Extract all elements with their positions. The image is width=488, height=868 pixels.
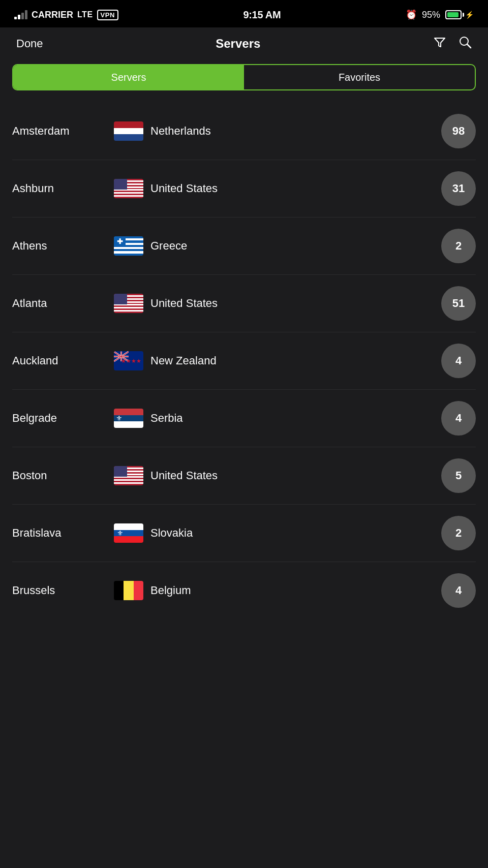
server-flag-country: Belgium — [114, 581, 441, 600]
battery-fill — [447, 12, 459, 17]
server-row[interactable]: BostonUnited States5 — [12, 447, 476, 505]
svg-line-1 — [467, 44, 471, 48]
status-time: 9:15 AM — [243, 9, 281, 21]
server-count-badge: 2 — [441, 229, 476, 263]
server-country: United States — [150, 182, 218, 195]
flag-us-icon — [114, 179, 143, 198]
status-bar: CARRIER LTE VPN 9:15 AM ⏰ 95% ⚡ — [0, 0, 488, 27]
server-country: Slovakia — [150, 526, 193, 540]
battery-body — [445, 10, 462, 19]
server-count-badge: 2 — [441, 516, 476, 550]
server-row[interactable]: AtlantaUnited States51 — [12, 275, 476, 332]
server-city: Ashburn — [12, 182, 114, 195]
battery-percentage: 95% — [422, 10, 440, 20]
server-row[interactable]: AmsterdamNetherlands98 — [12, 103, 476, 160]
status-right: ⏰ 95% ⚡ — [406, 9, 474, 20]
favorites-tab[interactable]: Favorites — [244, 65, 475, 89]
server-country: Belgium — [150, 584, 191, 597]
server-country: Netherlands — [150, 125, 211, 138]
server-country: United States — [150, 469, 218, 482]
server-flag-country: ⚜Serbia — [114, 409, 441, 428]
server-count-badge: 31 — [441, 171, 476, 206]
server-list: AmsterdamNetherlands98AshburnUnited Stat… — [0, 103, 488, 619]
servers-tab[interactable]: Servers — [13, 65, 244, 89]
done-button[interactable]: Done — [16, 37, 43, 50]
flag-nz-icon: ★★★★ — [114, 351, 143, 370]
nav-bar: Done Servers — [0, 27, 488, 60]
server-city: Amsterdam — [12, 125, 114, 138]
alarm-icon: ⏰ — [406, 9, 417, 20]
server-city: Auckland — [12, 354, 114, 367]
server-city: Boston — [12, 469, 114, 482]
flag-us-icon — [114, 466, 143, 485]
segment-control: Servers Favorites — [12, 64, 476, 90]
flag-rs-icon: ⚜ — [114, 409, 143, 428]
server-flag-country: ⚜Slovakia — [114, 523, 441, 543]
search-icon[interactable] — [459, 36, 472, 52]
server-count-badge: 5 — [441, 458, 476, 493]
server-flag-country: Netherlands — [114, 121, 441, 141]
server-city: Brussels — [12, 584, 114, 597]
carrier-label: CARRIER — [32, 10, 73, 20]
battery-icon: ⚡ — [445, 10, 474, 19]
server-row[interactable]: Bratislava⚜Slovakia2 — [12, 505, 476, 562]
server-flag-country: ✚Greece — [114, 236, 441, 256]
server-country: Serbia — [150, 412, 183, 425]
server-country: Greece — [150, 239, 187, 253]
status-left: CARRIER LTE VPN — [14, 10, 118, 20]
server-count-badge: 51 — [441, 286, 476, 321]
server-country: New Zealand — [150, 354, 217, 367]
server-city: Athens — [12, 239, 114, 253]
filter-icon[interactable] — [433, 36, 446, 52]
server-city: Bratislava — [12, 526, 114, 540]
flag-sk-icon: ⚜ — [114, 523, 143, 543]
server-country: United States — [150, 297, 218, 310]
signal-bars-icon — [14, 10, 27, 19]
server-row[interactable]: Auckland ★★★★ New Zealand4 — [12, 332, 476, 390]
lte-label: LTE — [77, 10, 93, 19]
server-flag-country: United States — [114, 179, 441, 198]
server-row[interactable]: Belgrade⚜Serbia4 — [12, 390, 476, 447]
server-count-badge: 4 — [441, 401, 476, 436]
server-row[interactable]: Athens✚Greece2 — [12, 218, 476, 275]
server-count-badge: 4 — [441, 573, 476, 608]
battery-tip — [463, 13, 464, 17]
server-count-badge: 98 — [441, 114, 476, 148]
page-title: Servers — [216, 37, 260, 51]
flag-gr-icon: ✚ — [114, 236, 143, 256]
server-row[interactable]: AshburnUnited States31 — [12, 160, 476, 218]
server-city: Belgrade — [12, 412, 114, 425]
server-flag-country: United States — [114, 294, 441, 313]
bolt-icon: ⚡ — [465, 11, 474, 19]
server-flag-country: ★★★★ New Zealand — [114, 351, 441, 370]
vpn-label: VPN — [97, 10, 118, 20]
server-row[interactable]: BrusselsBelgium4 — [12, 562, 476, 619]
flag-us-icon — [114, 294, 143, 313]
server-city: Atlanta — [12, 297, 114, 310]
server-count-badge: 4 — [441, 344, 476, 378]
flag-be-icon — [114, 581, 143, 600]
flag-nl-icon — [114, 121, 143, 141]
nav-icons — [433, 36, 472, 52]
server-flag-country: United States — [114, 466, 441, 485]
